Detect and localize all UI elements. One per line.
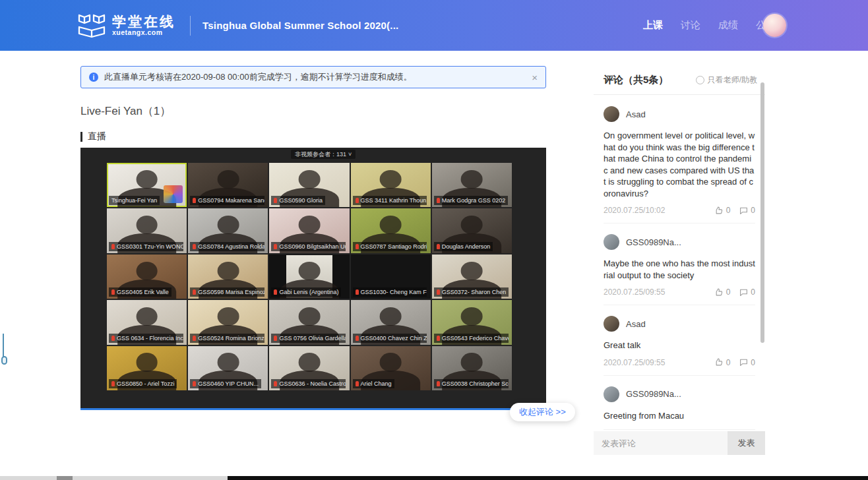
bottom-dark-strip — [228, 476, 868, 480]
participant-name: GSS0598 Marisa Espinoza — [198, 288, 264, 296]
participant-nameplate: GSS0460 YIP CHUN... — [190, 379, 261, 388]
participant-tile: GSS0405 Erik Valle — [107, 255, 187, 299]
comment-input[interactable] — [594, 431, 728, 455]
mic-muted-icon — [193, 244, 196, 249]
participant-tile: GSS 0756 Olivia Gardella — [269, 300, 349, 344]
participant-name: GSS0543 Federico Chaves — [442, 334, 509, 342]
section-bar — [80, 132, 82, 142]
xuetangx-books-icon — [78, 13, 106, 38]
nav-item-class[interactable]: 上课 — [643, 19, 663, 32]
participant-name: GSS0850 - Ariel Tozzi — [117, 380, 174, 388]
notice-text: 此直播单元考核请在2020-09-08 00:00前完成学习，逾期不计算学习进度… — [104, 71, 412, 83]
mic-muted-icon — [274, 244, 277, 249]
mic-muted-icon — [437, 381, 440, 386]
participant-nameplate: GSS0784 Agustina Roldan — [190, 242, 264, 251]
comment-author: GSS0989Na... — [626, 237, 681, 247]
xuetangx-logo[interactable]: 学堂在线 xuetangx.com — [78, 13, 175, 38]
header-divider — [190, 16, 191, 36]
participant-nameplate: GSS 0634 - Florencia Inca... — [109, 334, 183, 343]
comment-timestamp: 2020.07.25/10:02 — [604, 206, 715, 215]
collapse-comments-button[interactable]: 收起评论 >> — [510, 403, 575, 421]
user-avatar[interactable] — [763, 14, 786, 37]
participant-tile: GSS 3411 Kathrin Thoun... — [351, 163, 431, 207]
like-button[interactable]: 0 — [715, 206, 731, 215]
comment-text: Greeting from Macau — [604, 410, 755, 422]
participant-name: Gabi Lenis (Argentina) — [279, 288, 338, 296]
speaker-logo-badge — [164, 185, 183, 203]
participant-nameplate: GSS0850 - Ariel Tozzi — [109, 379, 177, 388]
reply-button[interactable]: 0 — [739, 287, 755, 297]
reply-button[interactable]: 0 — [739, 358, 755, 367]
logo-en: xuetangx.com — [112, 29, 175, 36]
thumb-up-icon — [715, 206, 724, 215]
reply-count: 0 — [751, 287, 755, 297]
participant-name: GSS0960 Bilgtsaikhan Uu... — [279, 243, 346, 251]
mic-muted-icon — [193, 381, 196, 386]
participant-tile: GSS0784 Agustina Roldan — [188, 208, 268, 253]
mic-muted-icon — [356, 381, 359, 386]
participant-nameplate: Tsinghua-Fei Yan — [109, 196, 160, 205]
reply-button[interactable]: 0 — [739, 206, 755, 215]
mic-muted-icon — [274, 381, 277, 386]
participant-name: GSS0636 - Noelia Castro — [279, 380, 346, 388]
nav-item-grades[interactable]: 成绩 — [718, 19, 738, 32]
top-header: 学堂在线 xuetangx.com Tsinghua Global Summer… — [0, 0, 868, 51]
comment-author: GSS0989Na... — [626, 389, 681, 399]
mic-muted-icon — [111, 381, 115, 386]
attendee-chip-label: 非视频参会者：131 — [295, 150, 346, 158]
participant-name: GSS 3411 Kathrin Thoun... — [361, 196, 427, 204]
participant-tile: GSS0400 Chavez Chin Zh... — [351, 300, 431, 344]
participant-nameplate: Gabi Lenis (Argentina) — [271, 287, 341, 297]
participant-name: Tsinghua-Fei Yan — [111, 196, 157, 204]
nav-item-discussion[interactable]: 讨论 — [681, 19, 700, 32]
participant-name: Ariel Chang — [361, 380, 392, 388]
comment-meta: 2020.07.25/09:55 0 0 — [604, 358, 755, 367]
left-edge-marker — [1, 334, 5, 365]
participant-tile: GSS0598 Marisa Espinoza — [188, 255, 268, 299]
participant-grid: Tsinghua-Fei Yan GSS0794 Makarena Sand..… — [107, 163, 512, 390]
comments-header: 评论（共5条） 只看老师/助教 — [594, 66, 765, 95]
like-button[interactable]: 0 — [715, 287, 731, 297]
comment-input-bar: 发表 — [594, 431, 765, 455]
mic-muted-icon — [437, 198, 440, 203]
section-label: 直播 — [88, 131, 106, 142]
thumb-up-icon — [715, 288, 724, 297]
deadline-notice-banner: i 此直播单元考核请在2020-09-08 00:00前完成学习，逾期不计算学习… — [80, 66, 546, 88]
mic-muted-icon — [111, 336, 115, 341]
participant-nameplate: GSS0372- Sharon Chen — [434, 287, 509, 297]
comment-item: GSS0989Na... Maybe the one who has the m… — [604, 224, 755, 305]
participant-tile: GSS0301 Tzu-Yin WONG — [107, 208, 187, 253]
live-video-player[interactable]: 非视频参会者：131 ˅ Tsinghua-Fei Yan GSS0794 Ma… — [80, 148, 546, 410]
comments-scrollbar[interactable] — [760, 82, 764, 343]
marker-line — [3, 334, 4, 357]
participant-nameplate: GSS0794 Makarena Sand... — [190, 196, 264, 205]
participant-name: GSS0524 Romina Brionza — [198, 334, 264, 342]
participant-nameplate: GSS0400 Chavez Chin Zh... — [353, 334, 427, 343]
comments-sidebar: 评论（共5条） 只看老师/助教 Asad On government level… — [594, 66, 765, 455]
speech-bubble-icon — [739, 206, 748, 215]
reply-count: 0 — [751, 358, 755, 367]
comment-head: GSS0989Na... — [604, 386, 755, 402]
mic-muted-icon — [356, 336, 359, 341]
teacher-only-filter[interactable]: 只看老师/助教 — [696, 75, 757, 86]
chevron-down-icon: ˅ — [348, 150, 352, 158]
participant-tile: GSS 0634 - Florencia Inca... — [107, 300, 187, 344]
radio-circle-icon[interactable] — [696, 76, 704, 84]
participant-name: GSS0400 Chavez Chin Zh... — [361, 334, 427, 342]
like-count: 0 — [726, 287, 731, 297]
comment-timestamp: 2020.07.25/09:55 — [604, 287, 715, 297]
like-button[interactable]: 0 — [715, 358, 731, 367]
comment-meta: 2020.07.25/10:02 0 0 — [604, 206, 755, 215]
participant-name: GSS0038 Christopher Sco... — [442, 380, 509, 388]
course-title: Tsinghua Global Summer School 2020(... — [202, 20, 398, 31]
bottom-edge-strip — [0, 476, 868, 480]
close-icon[interactable]: × — [532, 73, 538, 82]
participant-tile: Douglas Anderson — [432, 208, 512, 253]
participant-tile: Tsinghua-Fei Yan — [107, 163, 187, 207]
participant-nameplate: GSS 0756 Olivia Gardella — [271, 334, 346, 343]
comments-list[interactable]: Asad On government level or political le… — [594, 96, 765, 431]
submit-comment-button[interactable]: 发表 — [728, 431, 765, 455]
non-video-attendees-chip[interactable]: 非视频参会者：131 ˅ — [291, 150, 356, 159]
participant-nameplate: GSS1030- Cheng Kam Fu... — [353, 287, 427, 297]
participant-nameplate: GSS0405 Erik Valle — [109, 287, 171, 297]
